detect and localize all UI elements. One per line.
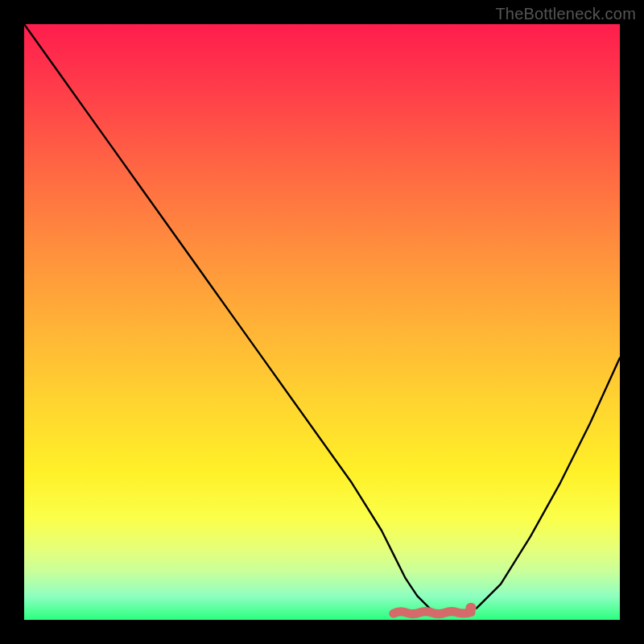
optimal-band	[394, 612, 471, 614]
chart-container: TheBottleneck.com	[0, 0, 644, 644]
optimal-marker	[466, 603, 477, 613]
chart-svg	[24, 24, 620, 620]
plot-area	[24, 24, 620, 620]
bottleneck-curve	[24, 24, 620, 614]
watermark-text: TheBottleneck.com	[495, 5, 636, 23]
